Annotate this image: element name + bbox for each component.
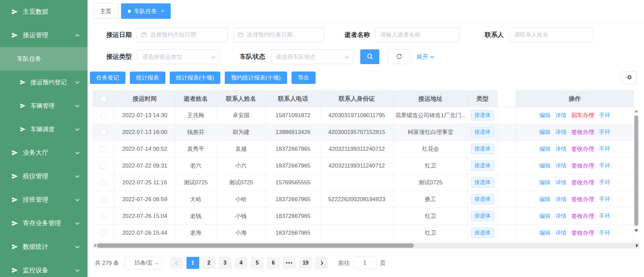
column-settings-button[interactable] [621, 71, 637, 84]
edit-link[interactable]: 编辑 [539, 196, 551, 202]
detail-link[interactable]: 详情 [555, 196, 567, 202]
sidebar-item[interactable]: 排班管理 [0, 188, 88, 212]
horizontal-scrollbar[interactable] [93, 243, 639, 248]
goto-page-input[interactable] [353, 257, 377, 269]
table-header-row: 接运时间逝者姓名联系人姓名联系人电话联系人身份证接运地址类型操作 [93, 91, 634, 107]
page-button[interactable]: 3 [219, 257, 231, 269]
deceased-name-input[interactable] [375, 28, 460, 42]
toolbar-button[interactable]: 任务登记 [90, 72, 125, 84]
row-checkbox[interactable] [101, 163, 106, 169]
filter-row-2: 接运类型 请选择接运类型 车队状态 请选择车队状态 展开 [106, 49, 644, 64]
edit-link[interactable]: 编辑 [539, 230, 551, 236]
page-button[interactable]: 5 [251, 257, 264, 269]
page-ellipsis[interactable]: ••• [283, 257, 296, 269]
expand-link[interactable]: 展开 [416, 53, 433, 61]
next-page-button[interactable] [315, 257, 328, 269]
toolbar-button[interactable]: 统计报表 [130, 72, 165, 84]
page-button[interactable]: 1 [186, 257, 199, 269]
edit-link[interactable]: 编辑 [539, 129, 551, 135]
detail-link[interactable]: 详情 [555, 213, 567, 219]
sidebar-item[interactable]: 数据统计 [0, 235, 88, 259]
detail-link[interactable]: 详情 [555, 146, 567, 152]
toolbar-button[interactable]: 预约统计报表(十堰) [225, 72, 287, 84]
process-link[interactable]: 签收办理 [572, 196, 594, 202]
horizontal-scrollbar-thumb[interactable] [97, 243, 414, 248]
bracelet-link[interactable]: 手环 [599, 230, 610, 236]
scroll-up-icon[interactable] [634, 110, 638, 112]
sidebar-item[interactable]: 接运预约登记 [0, 71, 88, 94]
cell-id-card: 420303197108011795 [320, 107, 393, 124]
process-link[interactable]: 签收办理 [572, 163, 594, 169]
row-checkbox[interactable] [101, 197, 106, 202]
row-checkbox[interactable] [101, 130, 106, 135]
row-checkbox[interactable] [101, 146, 106, 152]
bracelet-link[interactable]: 手环 [599, 129, 610, 135]
scroll-left-icon[interactable] [94, 244, 96, 247]
app-window: 主页数据接运管理车队任务接运预约登记车辆管理车辆调度业务大厅殡仪管理排班管理寄存… [0, 0, 644, 277]
page-button[interactable]: 4 [235, 257, 248, 269]
edit-link[interactable]: 编辑 [539, 179, 551, 186]
fleet-status-select[interactable]: 请选择车队状态 [271, 49, 353, 64]
bracelet-link[interactable]: 手环 [599, 179, 610, 186]
toolbar-button[interactable]: 导出 [291, 72, 316, 84]
edit-link[interactable]: 编辑 [539, 213, 551, 219]
row-checkbox[interactable] [101, 214, 106, 219]
detail-link[interactable]: 详情 [555, 179, 567, 186]
bracelet-link[interactable]: 手环 [599, 196, 610, 202]
edit-link[interactable]: 编辑 [539, 163, 551, 169]
process-link[interactable]: 签收办理 [572, 129, 594, 135]
sidebar-item[interactable]: 车队任务 [0, 47, 88, 71]
page-button[interactable]: 19 [299, 257, 312, 269]
cell-ops: 编辑详情签收办理手环 [516, 157, 634, 174]
edit-link[interactable]: 编辑 [539, 112, 551, 119]
select-all-checkbox[interactable] [101, 96, 106, 102]
sidebar-item[interactable]: 主页数据 [0, 0, 88, 24]
tab-active[interactable]: 车队任务× [121, 3, 171, 19]
row-checkbox[interactable] [101, 113, 106, 119]
bracelet-link[interactable]: 手环 [599, 146, 610, 152]
process-link[interactable]: 签收办理 [572, 146, 594, 152]
tab-item[interactable]: 主页 [93, 3, 118, 19]
cell-address: 红卫 [393, 208, 468, 225]
vertical-scrollbar[interactable] [633, 107, 639, 244]
process-link[interactable]: 签收办理 [572, 213, 594, 219]
detail-link[interactable]: 详情 [555, 129, 567, 135]
sidebar-item[interactable]: 车辆管理 [0, 94, 88, 118]
sidebar-item[interactable]: 殡仪管理 [0, 165, 88, 188]
detail-link[interactable]: 详情 [555, 112, 567, 119]
scroll-down-icon[interactable] [634, 229, 638, 232]
contact-name-input[interactable] [509, 28, 593, 42]
page-size-select[interactable]: 15条/页 [124, 257, 162, 269]
page-button[interactable]: 6 [267, 257, 280, 269]
bracelet-link[interactable]: 手环 [599, 213, 610, 219]
row-checkbox[interactable] [101, 230, 106, 236]
sidebar-item[interactable]: 接运管理 [0, 24, 88, 47]
search-button[interactable] [360, 49, 379, 64]
pickup-type-select[interactable]: 请选择接运类型 [137, 49, 220, 64]
process-link[interactable]: 签收办理 [572, 230, 594, 236]
sidebar-item[interactable]: 业务大厅 [0, 141, 88, 165]
page-button[interactable]: 2 [203, 257, 215, 269]
date-start-input[interactable] [137, 28, 228, 42]
edit-link[interactable]: 编辑 [539, 146, 551, 152]
prev-page-button[interactable] [170, 257, 183, 269]
detail-link[interactable]: 详情 [555, 230, 567, 236]
process-link[interactable]: 回车办理 [572, 112, 594, 119]
scroll-right-icon[interactable] [636, 244, 638, 247]
chevron-right-icon [319, 261, 323, 265]
close-icon[interactable]: × [161, 8, 164, 14]
row-checkbox[interactable] [101, 180, 106, 186]
cell-type: 接遗体 [468, 141, 497, 157]
sidebar-item[interactable]: 车辆调度 [0, 118, 88, 141]
sidebar-item[interactable]: 寄存业务管理 [0, 212, 88, 235]
sidebar-item[interactable]: 监控设备 [0, 259, 88, 277]
date-filter-label: 接运日期 [106, 31, 132, 39]
process-link[interactable]: 签收办理 [572, 179, 594, 186]
bracelet-link[interactable]: 手环 [599, 163, 610, 169]
toolbar-button[interactable]: 统计报表(十堰) [170, 72, 220, 84]
bracelet-link[interactable]: 手环 [599, 112, 610, 119]
detail-link[interactable]: 详情 [555, 163, 567, 169]
refresh-button[interactable] [387, 49, 411, 64]
date-end-input[interactable] [234, 28, 324, 42]
vertical-scrollbar-thumb[interactable] [634, 115, 638, 226]
